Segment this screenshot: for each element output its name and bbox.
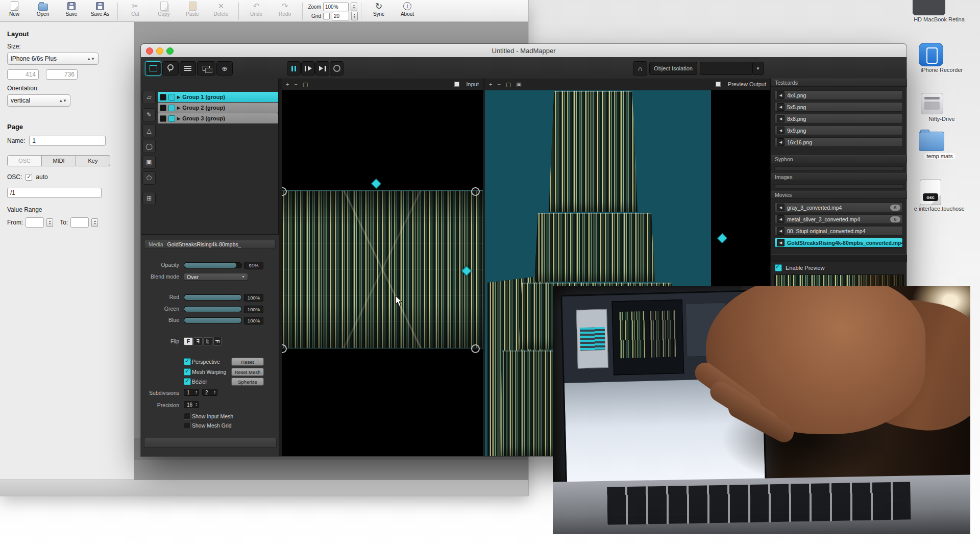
disclosure-triangle-icon[interactable]: ▶ [177, 106, 180, 110]
zoom-out-icon[interactable]: − [497, 81, 500, 87]
mesh-warping-checkbox[interactable] [184, 368, 191, 375]
paste-button[interactable]: Paste [178, 2, 207, 17]
page-name-field[interactable] [29, 136, 106, 146]
redo-button[interactable]: ↷Redo [271, 2, 299, 17]
copy-button[interactable]: Copy [150, 2, 178, 17]
zoom-in-icon[interactable]: + [286, 81, 289, 87]
tab-midi[interactable]: MIDI [42, 156, 76, 166]
add-mask-tool[interactable]: ▣ [142, 156, 156, 169]
solo-toggle-icon[interactable] [168, 94, 175, 101]
syphon-header[interactable]: Syphon [771, 155, 907, 163]
reveal-icon[interactable]: ◀ [777, 204, 785, 211]
reveal-icon[interactable]: ◀ [777, 103, 785, 111]
tab-key[interactable]: Key [76, 156, 110, 166]
subdivisions-x-stepper[interactable]: 1▲▼ [184, 389, 199, 396]
tab-osc[interactable]: OSC [8, 156, 42, 166]
reveal-icon[interactable]: ◀ [777, 91, 785, 99]
enable-preview-checkbox[interactable] [775, 264, 782, 271]
reveal-icon[interactable]: ◀ [777, 239, 785, 246]
move-handle-output[interactable] [717, 233, 727, 243]
flip-rotate-button[interactable]: F [213, 337, 222, 346]
visibility-toggle-icon[interactable] [160, 105, 166, 111]
temp-mats-folder-icon[interactable] [919, 132, 944, 151]
perspective-checkbox[interactable] [184, 358, 191, 365]
reset-button[interactable]: Reset [231, 358, 264, 366]
testcards-header[interactable]: Testcards [771, 79, 907, 87]
testcard-row[interactable]: ◀4x4.png [774, 90, 903, 100]
desktop-icon-label[interactable]: Nifty-Drive [906, 116, 977, 122]
corner-handle-top-right[interactable] [471, 187, 480, 196]
corner-handle-bottom-right[interactable] [471, 344, 480, 353]
loop-button[interactable] [330, 61, 344, 76]
new-button[interactable]: New [0, 2, 29, 17]
testcard-row[interactable]: ◀16x16.png [774, 137, 903, 147]
solo-toggle-icon[interactable] [168, 105, 175, 111]
madmapper-titlebar[interactable]: Untitled - MadMapper [141, 44, 906, 58]
show-mesh-grid-checkbox[interactable] [184, 422, 191, 429]
zoom-select[interactable]: 100% [323, 3, 349, 11]
grid-stepper[interactable]: ▲▼ [351, 12, 358, 20]
opacity-slider[interactable] [184, 262, 242, 268]
fit-view-icon[interactable]: ▢ [506, 81, 511, 88]
select-surface-tool[interactable] [145, 61, 161, 76]
reveal-icon[interactable]: ◀ [777, 227, 785, 235]
add-3d-tool[interactable]: ⬠ [142, 171, 156, 185]
movie-row[interactable]: ◀gray_3_converted.mp46 [774, 203, 903, 212]
testcard-row[interactable]: ◀9x9.png [774, 126, 903, 135]
disclosure-triangle-icon[interactable]: ▶ [177, 95, 180, 99]
blend-mode-select[interactable]: Over▼ [184, 273, 248, 281]
touchosc-file-icon[interactable]: osc [920, 180, 941, 205]
testcard-row[interactable]: ◀5x5.png [774, 102, 903, 112]
pen-tool[interactable]: ✎ [142, 108, 156, 121]
reveal-icon[interactable]: ◀ [777, 138, 785, 146]
list-view-button[interactable] [180, 61, 196, 76]
show-input-mesh-checkbox[interactable] [184, 413, 191, 420]
solo-toggle-icon[interactable] [168, 115, 175, 122]
reveal-icon[interactable]: ◀ [777, 115, 785, 122]
width-field[interactable] [7, 69, 39, 80]
input-toggle-square[interactable] [454, 82, 459, 87]
images-header[interactable]: Images [771, 173, 907, 181]
pause-button[interactable] [287, 61, 301, 76]
fit-view-icon[interactable]: ▢ [303, 81, 308, 88]
reveal-icon[interactable]: ◀ [777, 215, 785, 223]
desktop-icon-label[interactable]: iPhone Recorder [906, 67, 977, 73]
add-triangle-tool[interactable]: △ [142, 124, 156, 137]
reset-mesh-button[interactable]: Reset Mesh [231, 368, 264, 376]
zoom-out-icon[interactable]: − [294, 81, 297, 87]
sync-button[interactable]: ↻Sync [364, 2, 393, 17]
bezier-checkbox[interactable] [184, 378, 191, 385]
open-button[interactable]: Open [29, 2, 57, 17]
green-slider[interactable] [184, 306, 242, 312]
desktop-icon-label[interactable]: HD MacBook Retina [903, 16, 975, 22]
add-quad-tool[interactable]: ▱ [142, 91, 156, 104]
add-circle-tool[interactable]: ◯ [142, 140, 156, 153]
testcard-row[interactable]: ◀8x8.png [774, 114, 903, 123]
move-handle-top[interactable] [371, 179, 381, 189]
visibility-toggle-icon[interactable] [160, 94, 166, 101]
fullscreen-icon[interactable]: ▣ [516, 81, 521, 88]
size-select[interactable]: iPhone 6/6s Plus▲▼ [7, 53, 99, 65]
group-row[interactable]: ▶ Group 1 (group) [158, 92, 278, 102]
from-field[interactable] [26, 217, 44, 228]
scene-dropdown-button[interactable]: ▼ [752, 62, 764, 75]
grid-size-field[interactable]: 20 [332, 12, 349, 20]
blue-slider[interactable] [184, 317, 242, 323]
input-view[interactable]: + − ▢ Input [282, 79, 483, 456]
settings-button[interactable]: ⊕ [216, 61, 233, 76]
zoom-in-icon[interactable]: + [489, 81, 492, 87]
flip-vertical-button[interactable]: F [203, 337, 212, 345]
zoom-stepper[interactable]: ▲▼ [351, 3, 357, 11]
height-field[interactable] [46, 69, 78, 80]
desktop-icon-label[interactable]: temp mats [901, 153, 978, 159]
group-row[interactable]: ▶ Group 3 (group) [158, 113, 278, 123]
scene-select-field[interactable] [700, 62, 753, 75]
osc-address-field[interactable] [7, 188, 102, 198]
movie-row[interactable]: ◀00. Stupl original_converted.mp4 [774, 226, 903, 236]
nifty-drive-icon[interactable] [921, 93, 943, 114]
flip-horizontal-button[interactable]: F [193, 337, 203, 345]
precision-stepper[interactable]: 16▲▼ [184, 401, 199, 408]
visibility-toggle-icon[interactable] [160, 115, 166, 122]
group-row[interactable]: ▶ Group 2 (group) [158, 103, 278, 113]
media-row[interactable]: Media GoldStreaksRising4k-80mpbs_ [144, 240, 276, 249]
